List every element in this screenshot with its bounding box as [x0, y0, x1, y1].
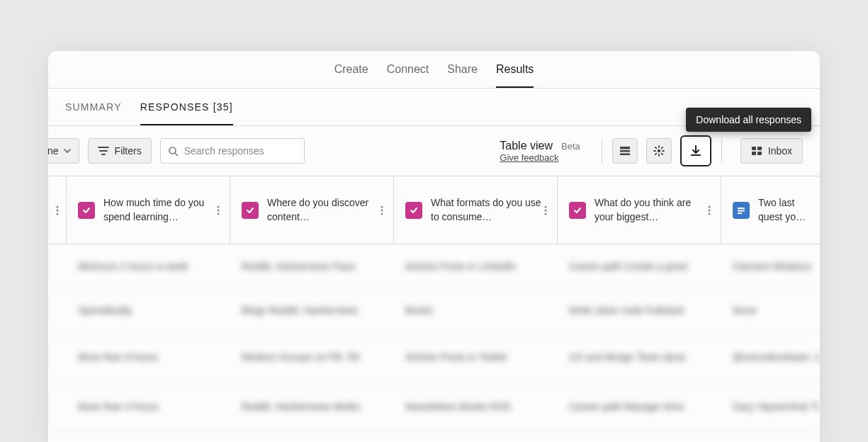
- svg-rect-9: [757, 152, 762, 155]
- svg-rect-26: [738, 210, 745, 211]
- column-title: What do you think are your biggest…: [594, 196, 709, 224]
- table-row[interactable]: Sporadically Blogs Reddit, Hackernews Bo…: [48, 288, 820, 332]
- svg-point-22: [709, 205, 711, 208]
- column-menu[interactable]: [213, 205, 224, 215]
- subtab-summary[interactable]: SUMMARY: [65, 89, 122, 125]
- rows-icon: [619, 146, 631, 156]
- download-tooltip: Download all responses: [686, 108, 811, 132]
- toolbar: ne Filters Table view: [48, 126, 820, 176]
- table-row[interactable]: More than 4 hours Reddit, Hackernews Med…: [48, 382, 820, 431]
- svg-point-14: [218, 209, 220, 211]
- checkbox-question-icon: [78, 202, 95, 219]
- table-view-title: Table view: [500, 140, 553, 152]
- column-header: What do you think are your biggest…: [558, 176, 721, 244]
- svg-point-24: [709, 212, 711, 215]
- filter-icon: [98, 146, 109, 156]
- checkbox-question-icon: [242, 202, 259, 219]
- svg-point-10: [56, 205, 58, 208]
- column-header: Where do you discover content…: [230, 176, 394, 244]
- table-view-block: Table view Beta Give feedback: [500, 140, 580, 163]
- search-box[interactable]: [160, 138, 305, 164]
- layout-button[interactable]: [612, 138, 638, 164]
- download-button[interactable]: [680, 135, 711, 166]
- svg-point-12: [56, 212, 58, 215]
- text-question-icon: [733, 202, 750, 219]
- svg-rect-4: [620, 154, 630, 156]
- tab-results[interactable]: Results: [496, 51, 534, 88]
- svg-point-15: [218, 212, 220, 215]
- inbox-label: Inbox: [768, 145, 792, 157]
- more-vert-icon: [56, 205, 59, 215]
- top-nav: Create Connect Share Results: [48, 51, 820, 89]
- divider: [721, 139, 722, 163]
- checkbox-question-icon: [569, 202, 586, 219]
- column-menu[interactable]: [376, 205, 388, 215]
- filters-button[interactable]: Filters: [88, 138, 152, 164]
- svg-rect-27: [738, 212, 742, 214]
- table-row[interactable]: Minimum 2 hours a week Reddit, Hackernew…: [48, 244, 820, 288]
- search-input[interactable]: [184, 145, 297, 157]
- give-feedback-link[interactable]: Give feedback: [500, 152, 558, 163]
- svg-rect-25: [738, 208, 745, 209]
- svg-point-13: [218, 205, 220, 208]
- svg-point-23: [709, 209, 711, 211]
- column-menu[interactable]: [704, 205, 715, 215]
- inbox-button[interactable]: Inbox: [740, 138, 803, 164]
- gear-icon: [653, 145, 665, 157]
- tab-share[interactable]: Share: [447, 51, 478, 88]
- svg-point-5: [658, 149, 660, 152]
- tab-create[interactable]: Create: [334, 51, 368, 88]
- column-dropdown-label: ne: [48, 145, 59, 157]
- svg-rect-6: [752, 147, 756, 150]
- column-title: How much time do you spend learning…: [103, 196, 218, 224]
- svg-rect-8: [752, 152, 756, 155]
- column-header: What formats do you use to consume…: [394, 176, 558, 244]
- beta-badge: Beta: [561, 141, 580, 152]
- table-header: How much time do you spend learning… Whe…: [48, 176, 820, 244]
- tab-connect[interactable]: Connect: [387, 51, 429, 88]
- svg-point-17: [381, 209, 383, 211]
- svg-point-16: [381, 205, 383, 208]
- column-title: What formats do you use to consume…: [431, 196, 546, 224]
- svg-point-21: [545, 212, 547, 215]
- checkbox-question-icon: [405, 202, 422, 219]
- svg-rect-3: [620, 150, 630, 152]
- filters-label: Filters: [115, 145, 142, 157]
- table-body: Minimum 2 hours a week Reddit, Hackernew…: [48, 244, 820, 431]
- divider: [602, 139, 602, 163]
- chevron-down-icon: [63, 147, 72, 155]
- row-menu-column[interactable]: [48, 176, 67, 244]
- inbox-icon: [751, 146, 762, 156]
- column-title: Two last quest you follow on s: [758, 196, 808, 224]
- search-icon: [168, 146, 179, 157]
- svg-line-1: [175, 153, 178, 156]
- settings-button[interactable]: [646, 138, 672, 164]
- svg-rect-2: [620, 147, 630, 149]
- svg-point-11: [56, 209, 58, 211]
- column-header: How much time do you spend learning…: [67, 176, 230, 244]
- svg-point-19: [545, 205, 547, 208]
- svg-point-20: [545, 209, 547, 211]
- column-dropdown[interactable]: ne: [48, 138, 79, 164]
- column-menu[interactable]: [540, 205, 551, 215]
- table-row[interactable]: More than 8 hours Medium Groups on FB, T…: [48, 332, 820, 382]
- subtab-responses[interactable]: RESPONSES [35]: [140, 89, 233, 125]
- svg-point-18: [381, 212, 383, 215]
- column-header: Two last quest you follow on s: [721, 176, 820, 244]
- download-icon: [689, 144, 703, 158]
- column-title: Where do you discover content…: [267, 196, 382, 224]
- svg-rect-7: [757, 147, 762, 150]
